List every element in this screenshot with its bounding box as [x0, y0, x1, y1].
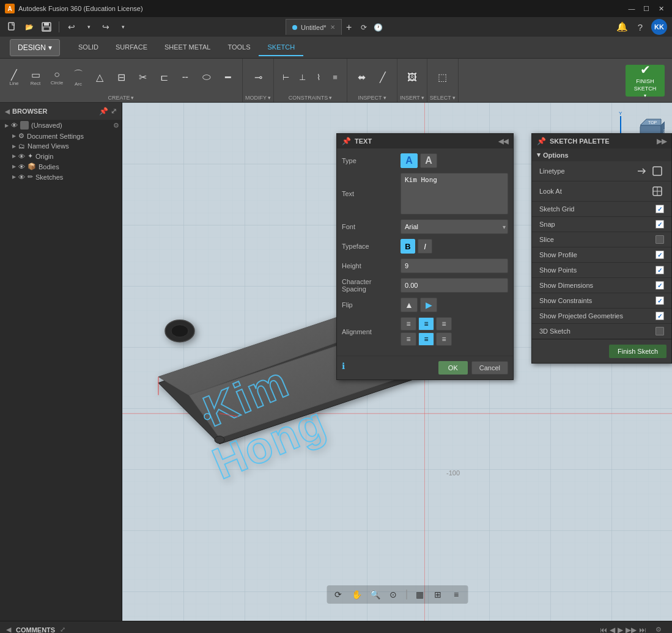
- inspect-arrow-icon[interactable]: ▾: [383, 95, 386, 101]
- show-constraints-checkbox[interactable]: [655, 296, 664, 305]
- font-select[interactable]: Arial Times New Roman Courier New: [401, 219, 508, 234]
- maximize-button[interactable]: ☐: [640, 2, 652, 15]
- save-button[interactable]: [39, 20, 54, 34]
- comments-expand-icon[interactable]: ⤢: [60, 626, 65, 633]
- char-spacing-input[interactable]: [401, 278, 508, 293]
- tab-surface[interactable]: SURFACE: [107, 39, 156, 56]
- trim-button[interactable]: ✂: [132, 64, 153, 91]
- italic-button[interactable]: I: [418, 239, 432, 254]
- display-mode-button[interactable]: ▦: [412, 587, 427, 602]
- refresh-tab-button[interactable]: ⟳: [356, 20, 371, 35]
- align-center-top-button[interactable]: ≡: [418, 317, 434, 331]
- insert-button[interactable]: 🖼: [402, 64, 423, 91]
- finish-sketch-ribbon-arrow[interactable]: ▾: [644, 93, 646, 98]
- cancel-button[interactable]: Cancel: [471, 361, 508, 375]
- browser-expand-icon[interactable]: ⤢: [111, 107, 117, 115]
- eye-icon-bodies[interactable]: 👁: [18, 163, 25, 170]
- line-tool-button[interactable]: ╱ Line: [4, 64, 24, 91]
- line2-button[interactable]: ━: [218, 64, 238, 91]
- settings-btn[interactable]: ≡: [448, 587, 464, 602]
- browser-settings-icon[interactable]: ⚙: [113, 122, 119, 130]
- linetype-icon1[interactable]: [635, 164, 648, 178]
- eye-icon-sketches[interactable]: 👁: [18, 174, 25, 181]
- ok-button[interactable]: OK: [438, 361, 468, 375]
- align-right-top-button[interactable]: ≡: [436, 317, 452, 331]
- browser-item-root[interactable]: ▶ 👁 (Unsaved) ⚙: [0, 120, 122, 131]
- design-button[interactable]: DESIGN ▾: [10, 39, 60, 56]
- browser-left-arrow[interactable]: ◀: [5, 108, 10, 115]
- snap-checkbox[interactable]: [655, 220, 664, 229]
- undo-button[interactable]: ↩: [64, 20, 79, 34]
- align-left-bottom-button[interactable]: ≡: [401, 332, 416, 346]
- play-button[interactable]: ▶: [618, 626, 623, 634]
- new-button[interactable]: [5, 20, 20, 34]
- inspect2-button[interactable]: ╱: [372, 64, 393, 91]
- grid-display-button[interactable]: ⊞: [430, 587, 446, 602]
- look-at-icon[interactable]: [651, 185, 664, 198]
- tab-solid[interactable]: SOLID: [70, 39, 107, 56]
- user-avatar[interactable]: KK: [651, 19, 667, 35]
- browser-pin-icon[interactable]: 📌: [99, 107, 108, 115]
- finish-sketch-ribbon-button[interactable]: ✔ FINISH SKETCH ▾: [626, 65, 665, 97]
- pan-button[interactable]: ✋: [349, 587, 364, 602]
- constraint4-button[interactable]: ≡: [327, 70, 343, 86]
- flip-vertical-button[interactable]: ▲: [401, 298, 418, 312]
- tab-sketch[interactable]: SKETCH: [259, 39, 303, 56]
- tab-tools[interactable]: TOOLS: [219, 39, 259, 56]
- tab-untitled[interactable]: Untitled* ✕: [286, 19, 342, 35]
- align-center-bottom-button[interactable]: ≡: [418, 332, 434, 346]
- browser-item-origin[interactable]: ▶ 👁 ✦ Origin: [0, 151, 122, 161]
- orbit-button[interactable]: ⟳: [330, 587, 346, 602]
- modify-button[interactable]: ⊸: [248, 64, 268, 91]
- sketch-palette-pin-icon[interactable]: 📌: [537, 137, 546, 145]
- arc-tool-button[interactable]: ⌒ Arc: [68, 64, 89, 91]
- select-arrow-icon[interactable]: ▾: [452, 95, 456, 101]
- ellipse-button[interactable]: ⬭: [196, 64, 217, 91]
- constraint2-button[interactable]: ⊥: [294, 70, 310, 86]
- modify-arrow-icon[interactable]: ▾: [268, 95, 271, 101]
- play-prev-button[interactable]: ◀: [610, 626, 615, 634]
- show-points-checkbox[interactable]: [655, 266, 664, 274]
- tab-sheet-metal[interactable]: SHEET METAL: [156, 39, 219, 56]
- play-first-button[interactable]: ⏮: [600, 626, 607, 634]
- slice-checkbox[interactable]: [655, 235, 664, 244]
- eye-icon-root[interactable]: 👁: [11, 122, 18, 129]
- finish-sketch-button[interactable]: Finish Sketch: [609, 345, 666, 358]
- settings-icon[interactable]: ⚙: [651, 623, 666, 634]
- text-panel-collapse-icon[interactable]: ◀◀: [498, 137, 508, 145]
- viewport[interactable]: -100 100: [122, 103, 672, 621]
- show-profile-checkbox[interactable]: [655, 251, 664, 259]
- insert-arrow-icon[interactable]: ▾: [421, 95, 424, 101]
- slot-tool-button[interactable]: ⊟: [111, 64, 131, 91]
- type-outline-button[interactable]: A: [420, 153, 437, 168]
- inspect-button[interactable]: ⬌: [351, 64, 372, 91]
- play-last-button[interactable]: ⏭: [639, 626, 646, 634]
- text-input[interactable]: Kim Hong: [401, 173, 508, 214]
- bold-button[interactable]: B: [401, 239, 415, 254]
- help-icon[interactable]: ?: [633, 20, 648, 34]
- create-arrow-icon[interactable]: ▾: [131, 95, 134, 101]
- constraints-arrow-icon[interactable]: ▾: [329, 95, 332, 101]
- add-tab-button[interactable]: +: [342, 20, 356, 35]
- show-dimensions-checkbox[interactable]: [655, 281, 664, 290]
- minimize-button[interactable]: —: [626, 2, 638, 15]
- bell-icon[interactable]: 🔔: [615, 20, 629, 34]
- close-button[interactable]: ✕: [655, 2, 667, 15]
- play-next-button[interactable]: ▶▶: [626, 626, 637, 634]
- constraint3-button[interactable]: ⌇: [311, 70, 327, 86]
- circle-tool-button[interactable]: ○ Circle: [46, 64, 67, 91]
- history-button[interactable]: 🕐: [371, 20, 386, 35]
- triangle-tool-button[interactable]: △: [89, 64, 110, 91]
- type-filled-button[interactable]: A: [401, 153, 418, 168]
- zoom-button[interactable]: 🔍: [367, 587, 383, 602]
- browser-item-doc-settings[interactable]: ▶ ⚙ Document Settings: [0, 131, 122, 141]
- eye-icon-origin[interactable]: 👁: [18, 153, 25, 160]
- construction-button[interactable]: ╌: [175, 64, 196, 91]
- constraint1-button[interactable]: ⊢: [278, 70, 294, 86]
- offset-button[interactable]: ⊏: [153, 64, 174, 91]
- sketch-grid-checkbox[interactable]: [655, 205, 664, 213]
- open-button[interactable]: 📂: [22, 20, 37, 34]
- flip-horizontal-button[interactable]: ▶: [420, 298, 437, 312]
- fit-button[interactable]: ⊙: [385, 587, 401, 602]
- align-right-bottom-button[interactable]: ≡: [436, 332, 452, 346]
